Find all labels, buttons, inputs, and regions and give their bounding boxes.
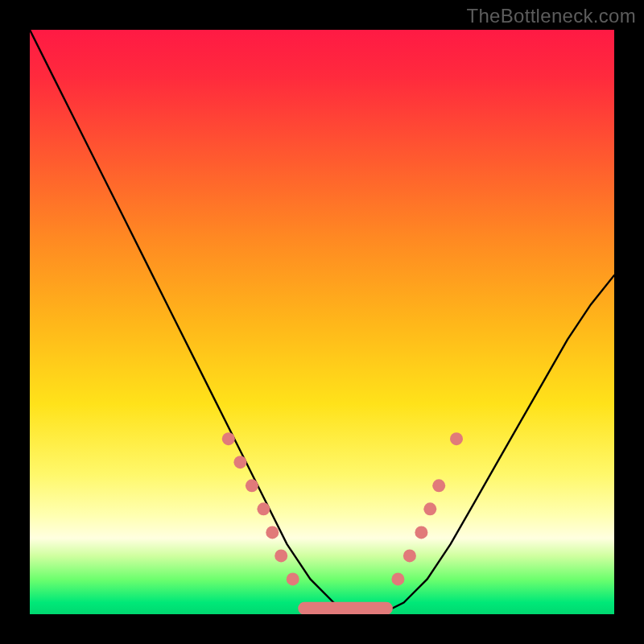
highlight-dot — [450, 432, 463, 445]
curve-layer — [30, 30, 614, 614]
highlight-dot — [287, 572, 299, 585]
highlight-dot — [403, 549, 416, 562]
highlight-dot — [432, 479, 445, 492]
highlight-dot — [222, 432, 235, 445]
highlight-dot — [423, 502, 436, 515]
highlight-dots — [222, 432, 463, 585]
chart-frame: TheBottleneck.com — [0, 0, 644, 644]
watermark-text: TheBottleneck.com — [466, 5, 636, 27]
highlight-dot — [415, 526, 427, 539]
highlight-dot — [246, 479, 258, 492]
plot-area — [30, 30, 614, 614]
highlight-dot — [266, 526, 279, 539]
highlight-dot — [275, 549, 287, 562]
highlight-dot — [233, 456, 246, 469]
highlight-dot — [391, 572, 404, 585]
bottleneck-curve — [30, 30, 614, 614]
highlight-dot — [257, 502, 270, 515]
